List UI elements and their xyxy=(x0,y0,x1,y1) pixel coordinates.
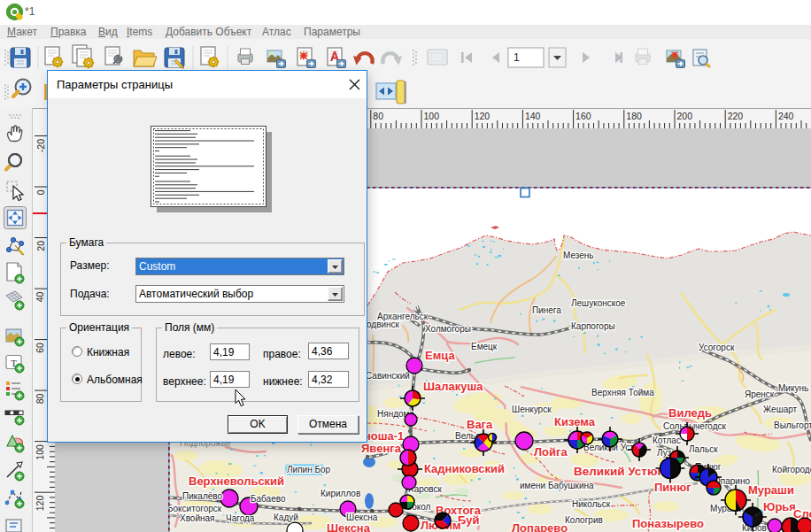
svg-text:Лешуконское: Лешуконское xyxy=(571,298,626,308)
svg-text:Чагода: Чагода xyxy=(226,513,255,523)
svg-text:Лопарево: Лопарево xyxy=(512,521,568,532)
svg-text:Мезень: Мезень xyxy=(563,251,594,260)
svg-text:Бабаево: Бабаево xyxy=(251,494,286,504)
svg-text:40: 40 xyxy=(35,291,46,302)
svg-text:Явенга: Явенга xyxy=(361,442,402,455)
svg-text:Шалакуша: Шалакуша xyxy=(423,380,483,393)
svg-text:200: 200 xyxy=(677,111,693,121)
svg-text:Кириллов: Кириллов xyxy=(321,489,360,498)
svg-text:Юрья: Юрья xyxy=(763,500,796,513)
svg-text:Великий Устюг: Великий Устюг xyxy=(574,465,662,478)
svg-text:Верхневольский: Верхневольский xyxy=(189,474,284,488)
svg-text:Емца: Емца xyxy=(425,349,455,362)
svg-text:Пикалёво: Пикалёво xyxy=(182,491,223,501)
svg-text:Пинега: Пинега xyxy=(532,305,561,315)
svg-text:220: 220 xyxy=(728,111,744,121)
svg-text:100: 100 xyxy=(424,111,440,121)
svg-text:Кадниковский: Кадниковский xyxy=(424,462,505,475)
svg-text:Усогорск: Усогорск xyxy=(699,343,735,352)
svg-text:Савинский: Савинский xyxy=(366,371,410,381)
svg-text:Пинюг: Пинюг xyxy=(654,481,691,494)
svg-text:Емецк: Емецк xyxy=(471,342,498,351)
svg-text:Микунь: Микунь xyxy=(778,383,808,393)
svg-text:120: 120 xyxy=(35,496,46,512)
svg-text:Кадуй: Кадуй xyxy=(274,513,298,522)
svg-text:140: 140 xyxy=(525,111,541,121)
svg-text:Верхняя Тойма: Верхняя Тойма xyxy=(591,388,654,397)
svg-text:Шенкурск: Шенкурск xyxy=(512,405,552,414)
svg-text:0: 0 xyxy=(35,189,46,195)
svg-text:180: 180 xyxy=(626,111,642,121)
svg-text:Липин Бор: Липин Бор xyxy=(287,465,331,474)
svg-text:Мураши: Мураши xyxy=(748,483,794,497)
svg-text:20: 20 xyxy=(35,241,46,251)
svg-text:80: 80 xyxy=(373,111,383,121)
svg-text:120: 120 xyxy=(475,111,490,121)
svg-text:80: 80 xyxy=(35,393,46,404)
svg-text:Вага: Вага xyxy=(467,418,493,431)
svg-text:Карпогоры: Карпогоры xyxy=(571,321,615,331)
svg-text:Лальск: Лальск xyxy=(689,444,718,454)
svg-text:Хвойная: Хвойная xyxy=(180,513,215,523)
svg-text:Кологрив: Кологрив xyxy=(565,515,603,525)
svg-text:Поназырево: Поназырево xyxy=(632,517,704,530)
svg-text:Койгородок: Койгородок xyxy=(772,465,811,474)
svg-text:Лойга: Лойга xyxy=(534,445,568,459)
svg-text:-20: -20 xyxy=(35,139,46,152)
svg-text:имени Бабушкина: имени Бабушкина xyxy=(520,481,594,490)
svg-text:Яренск: Яренск xyxy=(745,389,775,399)
svg-text:Выльгорт: Выльгорт xyxy=(774,420,811,430)
svg-text:Никольск: Никольск xyxy=(572,499,611,509)
svg-text:Холмогоры: Холмогоры xyxy=(425,324,471,334)
svg-text:Жешарт: Жешарт xyxy=(763,405,798,414)
svg-text:1: 1 xyxy=(514,51,520,64)
svg-text:Сольвычегодск: Сольвычегодск xyxy=(663,421,726,431)
svg-text:Бокситогорск: Бокситогорск xyxy=(168,504,222,513)
svg-text:Шексна: Шексна xyxy=(327,521,371,532)
svg-text:Архангельск: Архангельск xyxy=(377,312,429,321)
svg-text:60: 60 xyxy=(35,343,46,353)
svg-text:Котлас: Котлас xyxy=(653,436,681,445)
svg-text:Кизема: Кизема xyxy=(554,415,596,428)
svg-text:100: 100 xyxy=(35,444,46,460)
svg-text:Виледь: Виледь xyxy=(668,406,712,420)
svg-text:160: 160 xyxy=(575,111,591,121)
svg-text:240: 240 xyxy=(778,111,794,121)
